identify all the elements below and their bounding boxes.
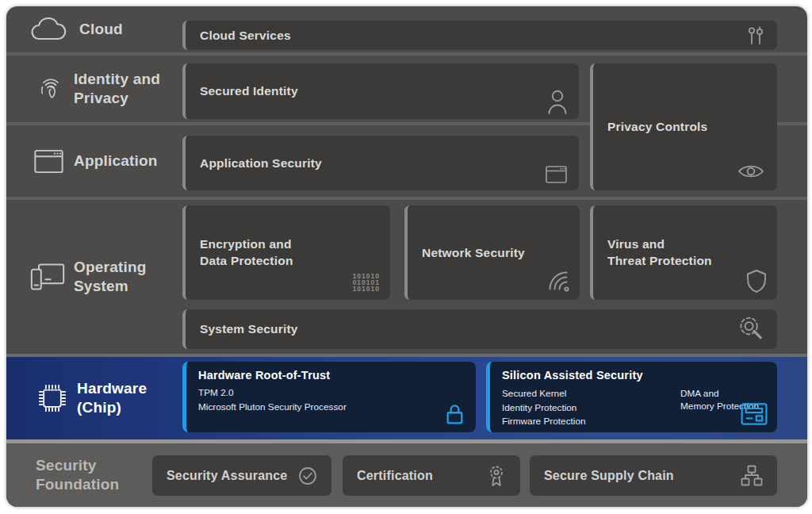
layer-label-hardware-text: Hardware (Chip) [77,379,147,417]
box-privacy-controls: Privacy Controls [590,63,777,190]
security-assurance-label: Security Assurance [167,469,287,483]
layer-label-hardware: Hardware (Chip) [38,379,147,417]
lock-icon [445,402,465,426]
virus-threat-label: Virus and Threat Protection [607,236,712,270]
network-security-label: Network Security [422,244,525,262]
chip-icon [38,384,67,412]
layer-label-cloud: Cloud [30,17,123,42]
layer-label-foundation: Security Foundation [36,456,119,494]
secured-identity-label: Secured Identity [200,82,298,100]
eye-icon [737,163,764,180]
shield-icon [746,269,767,293]
person-icon [547,89,568,114]
certification-label: Certification [357,469,433,483]
cloud-icon [30,17,67,41]
silicon-feature-secured-kernel: Secured Kernel [502,387,586,401]
divider-cloud-identity [6,52,807,56]
box-system-security: System Security [182,309,777,349]
encryption-label: Encryption and Data Protection [200,236,293,270]
window-icon [546,166,567,183]
box-security-assurance: Security Assurance [152,455,331,496]
silicon-feature-firmware-protection: Firmware Protection [502,415,586,429]
check-circle-icon [298,466,317,485]
box-cloud-services: Cloud Services [182,21,777,50]
binary-digits-icon: 101010 010101 101010 [353,273,380,292]
app-window-icon [34,149,63,174]
silicon-feature-column-1: Secured Kernel Identity Protection Firmw… [502,387,586,429]
org-chart-icon [741,465,763,486]
box-secured-identity: Secured Identity [182,63,579,119]
layer-label-identity-text: Identity and Privacy [74,70,160,108]
box-secure-supply-chain: Secure Supply Chain [530,455,777,496]
secure-supply-chain-label: Secure Supply Chain [544,469,674,483]
layer-label-application: Application [34,146,158,176]
box-hardware-root-of-trust: Hardware Root-of-Trust TPM 2.0 Microsoft… [182,362,476,432]
box-silicon-assisted-security: Silicon Assisted Security Secured Kernel… [486,362,777,432]
box-virus-threat-protection: Virus and Threat Protection [590,205,777,300]
award-badge-icon [487,464,506,488]
layer-label-cloud-text: Cloud [79,20,123,39]
divider-application-os [6,197,807,200]
layer-label-application-text: Application [74,152,158,171]
box-network-security: Network Security [404,205,580,300]
fingerprint-icon [40,75,62,102]
binary-line-3: 101010 [353,286,380,292]
memory-icon [741,403,768,425]
gear-search-icon [737,316,765,343]
application-security-label: Application Security [200,155,322,172]
tools-icon [747,25,764,46]
system-security-label: System Security [200,320,298,338]
devices-icon [30,263,65,291]
hardware-root-title: Hardware Root-of-Trust [198,369,330,382]
hardware-root-line-pluton: Microsoft Pluton Security Processor [198,401,347,412]
silicon-feature-identity-protection: Identity Protection [502,401,586,416]
layer-label-identity: Identity and Privacy [40,70,160,108]
cloud-services-label: Cloud Services [200,27,291,44]
security-layers-diagram: Cloud Identity and Privacy Application [6,6,807,507]
layer-label-foundation-text: Security Foundation [36,456,119,494]
box-application-security: Application Security [182,136,579,190]
wifi-icon [547,270,571,293]
privacy-controls-label: Privacy Controls [607,118,707,136]
box-certification: Certification [343,455,520,496]
layer-label-os-text: Operating System [74,258,147,296]
silicon-title: Silicon Assisted Security [502,369,643,382]
layer-label-os: Operating System [30,258,147,296]
box-encryption-data-protection: Encryption and Data Protection 101010 01… [182,205,390,300]
hardware-root-line-tpm: TPM 2.0 [198,387,234,398]
